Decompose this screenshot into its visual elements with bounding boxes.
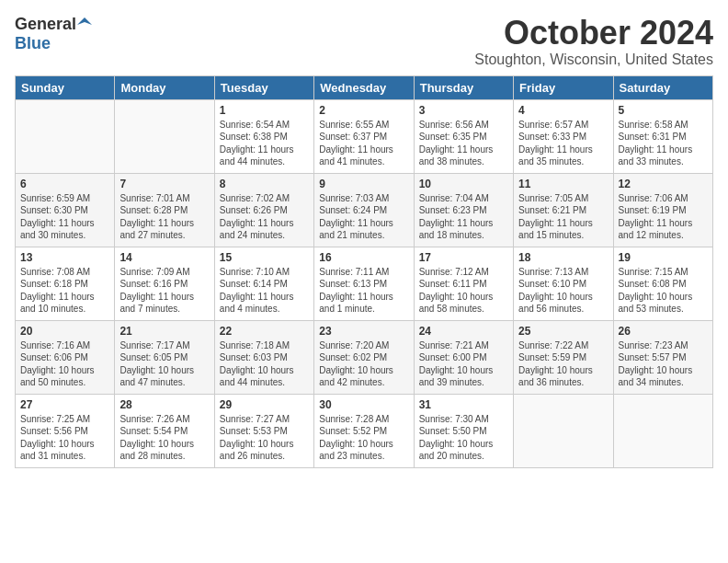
calendar-cell bbox=[16, 99, 115, 173]
calendar-cell: 5Sunrise: 6:58 AMSunset: 6:31 PMDaylight… bbox=[613, 99, 712, 173]
cell-content: Sunrise: 7:18 AMSunset: 6:03 PMDaylight:… bbox=[220, 339, 309, 389]
day-number: 18 bbox=[518, 251, 608, 264]
cell-content: Sunrise: 7:26 AMSunset: 5:54 PMDaylight:… bbox=[119, 413, 209, 463]
cell-content: Sunrise: 7:10 AMSunset: 6:14 PMDaylight:… bbox=[220, 266, 309, 316]
day-number: 29 bbox=[220, 398, 309, 411]
day-number: 20 bbox=[20, 325, 109, 338]
header-monday: Monday bbox=[115, 75, 214, 99]
day-number: 25 bbox=[518, 325, 608, 338]
day-number: 27 bbox=[20, 398, 109, 411]
day-number: 4 bbox=[518, 104, 608, 117]
calendar-cell: 3Sunrise: 6:56 AMSunset: 6:35 PMDaylight… bbox=[414, 99, 513, 173]
calendar-cell: 22Sunrise: 7:18 AMSunset: 6:03 PMDayligh… bbox=[214, 320, 313, 394]
cell-content: Sunrise: 7:25 AMSunset: 5:56 PMDaylight:… bbox=[20, 413, 109, 463]
logo-blue: Blue bbox=[15, 34, 51, 52]
calendar-cell: 2Sunrise: 6:55 AMSunset: 6:37 PMDaylight… bbox=[314, 99, 414, 173]
calendar-cell: 12Sunrise: 7:06 AMSunset: 6:19 PMDayligh… bbox=[613, 173, 712, 247]
calendar-header-row: SundayMondayTuesdayWednesdayThursdayFrid… bbox=[16, 75, 713, 99]
cell-content: Sunrise: 7:15 AMSunset: 6:08 PMDaylight:… bbox=[619, 266, 708, 316]
day-number: 10 bbox=[419, 178, 508, 190]
calendar-cell: 4Sunrise: 6:57 AMSunset: 6:33 PMDaylight… bbox=[514, 99, 613, 173]
calendar-week-row: 6Sunrise: 6:59 AMSunset: 6:30 PMDaylight… bbox=[16, 173, 713, 247]
day-number: 17 bbox=[419, 251, 508, 264]
logo: General Blue bbox=[15, 15, 92, 53]
cell-content: Sunrise: 7:27 AMSunset: 5:53 PMDaylight:… bbox=[220, 413, 309, 463]
day-number: 6 bbox=[20, 178, 109, 190]
cell-content: Sunrise: 7:08 AMSunset: 6:18 PMDaylight:… bbox=[20, 266, 109, 316]
calendar-cell: 21Sunrise: 7:17 AMSunset: 6:05 PMDayligh… bbox=[115, 320, 214, 394]
calendar-week-row: 1Sunrise: 6:54 AMSunset: 6:38 PMDaylight… bbox=[16, 99, 713, 173]
day-number: 11 bbox=[518, 178, 608, 190]
cell-content: Sunrise: 7:06 AMSunset: 6:19 PMDaylight:… bbox=[619, 192, 708, 242]
day-number: 3 bbox=[419, 104, 508, 117]
day-number: 2 bbox=[319, 104, 408, 117]
calendar-cell: 11Sunrise: 7:05 AMSunset: 6:21 PMDayligh… bbox=[514, 173, 613, 247]
logo-general: General bbox=[15, 15, 76, 34]
day-number: 15 bbox=[220, 251, 309, 264]
calendar-cell: 25Sunrise: 7:22 AMSunset: 5:59 PMDayligh… bbox=[514, 320, 613, 394]
header-saturday: Saturday bbox=[613, 75, 712, 99]
day-number: 26 bbox=[619, 325, 708, 338]
calendar-cell: 19Sunrise: 7:15 AMSunset: 6:08 PMDayligh… bbox=[613, 247, 712, 320]
day-number: 16 bbox=[319, 251, 408, 264]
calendar-cell bbox=[115, 99, 214, 173]
day-number: 13 bbox=[20, 251, 109, 264]
calendar-cell: 8Sunrise: 7:02 AMSunset: 6:26 PMDaylight… bbox=[214, 173, 313, 247]
calendar-cell bbox=[613, 394, 712, 467]
cell-content: Sunrise: 6:57 AMSunset: 6:33 PMDaylight:… bbox=[518, 119, 608, 168]
calendar-cell: 10Sunrise: 7:04 AMSunset: 6:23 PMDayligh… bbox=[414, 173, 513, 247]
day-number: 22 bbox=[220, 325, 309, 338]
logo-bird-icon bbox=[77, 16, 92, 30]
cell-content: Sunrise: 7:11 AMSunset: 6:13 PMDaylight:… bbox=[319, 266, 408, 316]
day-number: 9 bbox=[319, 178, 408, 190]
cell-content: Sunrise: 7:21 AMSunset: 6:00 PMDaylight:… bbox=[419, 339, 508, 389]
calendar-cell: 30Sunrise: 7:28 AMSunset: 5:52 PMDayligh… bbox=[314, 394, 414, 467]
month-title: October 2024 bbox=[474, 15, 713, 52]
calendar-cell: 14Sunrise: 7:09 AMSunset: 6:16 PMDayligh… bbox=[115, 247, 214, 320]
cell-content: Sunrise: 7:05 AMSunset: 6:21 PMDaylight:… bbox=[518, 192, 608, 242]
calendar-cell: 27Sunrise: 7:25 AMSunset: 5:56 PMDayligh… bbox=[16, 394, 115, 467]
page-header: General Blue October 2024 Stoughton, Wis… bbox=[15, 15, 713, 68]
calendar-cell: 15Sunrise: 7:10 AMSunset: 6:14 PMDayligh… bbox=[214, 247, 313, 320]
day-number: 30 bbox=[319, 398, 408, 411]
cell-content: Sunrise: 6:59 AMSunset: 6:30 PMDaylight:… bbox=[20, 192, 109, 242]
header-tuesday: Tuesday bbox=[214, 75, 313, 99]
day-number: 1 bbox=[220, 104, 309, 117]
calendar-cell: 31Sunrise: 7:30 AMSunset: 5:50 PMDayligh… bbox=[414, 394, 513, 467]
header-wednesday: Wednesday bbox=[314, 75, 414, 99]
cell-content: Sunrise: 7:04 AMSunset: 6:23 PMDaylight:… bbox=[419, 192, 508, 242]
day-number: 19 bbox=[619, 251, 708, 264]
cell-content: Sunrise: 6:54 AMSunset: 6:38 PMDaylight:… bbox=[220, 119, 309, 168]
header-friday: Friday bbox=[514, 75, 613, 99]
day-number: 24 bbox=[419, 325, 508, 338]
cell-content: Sunrise: 7:09 AMSunset: 6:16 PMDaylight:… bbox=[119, 266, 209, 316]
cell-content: Sunrise: 6:56 AMSunset: 6:35 PMDaylight:… bbox=[419, 119, 508, 168]
cell-content: Sunrise: 6:55 AMSunset: 6:37 PMDaylight:… bbox=[319, 119, 408, 168]
title-block: October 2024 Stoughton, Wisconsin, Unite… bbox=[474, 15, 713, 68]
calendar-cell: 9Sunrise: 7:03 AMSunset: 6:24 PMDaylight… bbox=[314, 173, 414, 247]
day-number: 5 bbox=[619, 104, 708, 117]
calendar-cell: 17Sunrise: 7:12 AMSunset: 6:11 PMDayligh… bbox=[414, 247, 513, 320]
calendar-cell: 24Sunrise: 7:21 AMSunset: 6:00 PMDayligh… bbox=[414, 320, 513, 394]
cell-content: Sunrise: 7:13 AMSunset: 6:10 PMDaylight:… bbox=[518, 266, 608, 316]
location: Stoughton, Wisconsin, United States bbox=[474, 52, 713, 68]
calendar-cell: 7Sunrise: 7:01 AMSunset: 6:28 PMDaylight… bbox=[115, 173, 214, 247]
cell-content: Sunrise: 7:30 AMSunset: 5:50 PMDaylight:… bbox=[419, 413, 508, 463]
cell-content: Sunrise: 7:23 AMSunset: 5:57 PMDaylight:… bbox=[619, 339, 708, 389]
cell-content: Sunrise: 7:12 AMSunset: 6:11 PMDaylight:… bbox=[419, 266, 508, 316]
day-number: 12 bbox=[619, 178, 708, 190]
day-number: 28 bbox=[119, 398, 209, 411]
cell-content: Sunrise: 6:58 AMSunset: 6:31 PMDaylight:… bbox=[619, 119, 708, 168]
cell-content: Sunrise: 7:01 AMSunset: 6:28 PMDaylight:… bbox=[119, 192, 209, 242]
calendar-cell: 1Sunrise: 6:54 AMSunset: 6:38 PMDaylight… bbox=[214, 99, 313, 173]
header-thursday: Thursday bbox=[414, 75, 513, 99]
day-number: 14 bbox=[119, 251, 209, 264]
calendar-week-row: 20Sunrise: 7:16 AMSunset: 6:06 PMDayligh… bbox=[16, 320, 713, 394]
cell-content: Sunrise: 7:03 AMSunset: 6:24 PMDaylight:… bbox=[319, 192, 408, 242]
cell-content: Sunrise: 7:16 AMSunset: 6:06 PMDaylight:… bbox=[20, 339, 109, 389]
cell-content: Sunrise: 7:02 AMSunset: 6:26 PMDaylight:… bbox=[220, 192, 309, 242]
header-sunday: Sunday bbox=[16, 75, 115, 99]
calendar-cell: 6Sunrise: 6:59 AMSunset: 6:30 PMDaylight… bbox=[16, 173, 115, 247]
day-number: 21 bbox=[119, 325, 209, 338]
calendar-cell: 16Sunrise: 7:11 AMSunset: 6:13 PMDayligh… bbox=[314, 247, 414, 320]
